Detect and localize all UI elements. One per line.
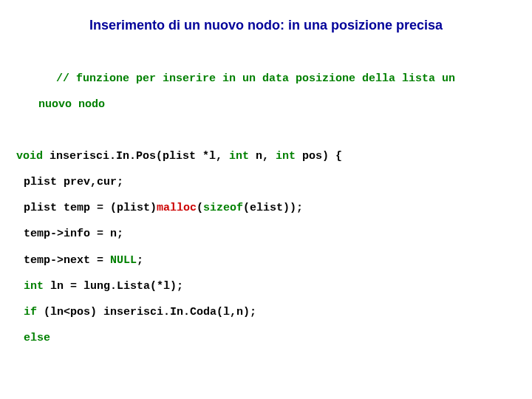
code-line-7: if (ln<pos) inserisci.In.Coda(l,n); (16, 306, 516, 318)
code-line-3: plist temp = (plist)malloc(sizeof(elist)… (16, 202, 516, 214)
comment-text-a: // funzione per inserire in un data posi… (56, 72, 455, 85)
comment-text-b: nuovo nodo (16, 98, 516, 111)
code-line-2: plist prev,cur; (16, 176, 516, 188)
code-block: // funzione per inserire in un data posi… (16, 60, 516, 345)
code-line-1: void inserisci.In.Pos(plist *l, int n, i… (16, 150, 516, 163)
code-line-4: temp->info = n; (16, 228, 516, 240)
code-line-5: temp->next = NULL; (16, 254, 516, 267)
code-line-comment: // funzione per inserire in un data posi… (16, 60, 516, 137)
code-line-8: else (16, 332, 516, 344)
code-line-6: int ln = lung.Lista(*l); (16, 280, 516, 293)
slide: Inserimento di un nuovo nodo: in una pos… (0, 0, 532, 399)
slide-title: Inserimento di un nuovo nodo: in una pos… (16, 18, 516, 33)
